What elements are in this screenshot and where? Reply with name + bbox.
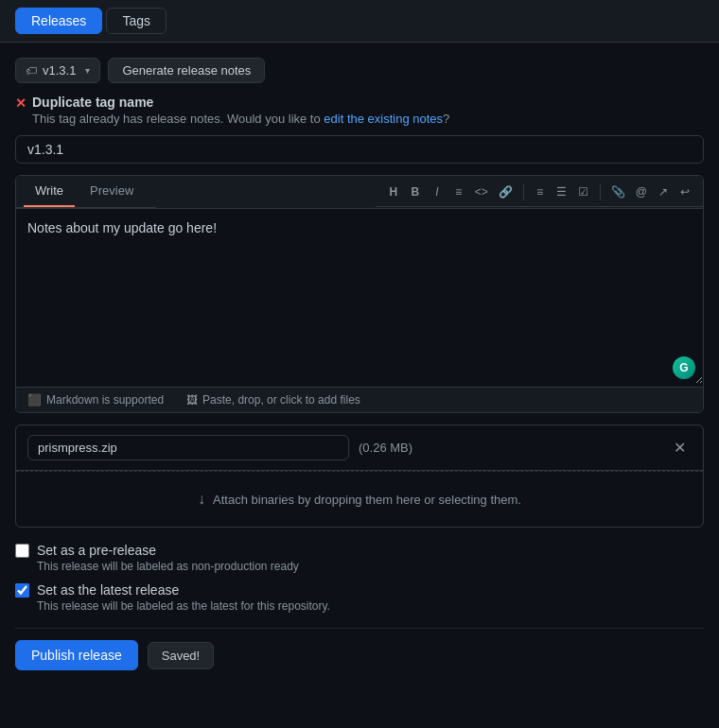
editor-container: Write Preview H B I ≡ <> 🔗 ≡ ☰ ☑ (15, 175, 704, 413)
releases-tab[interactable]: Releases (15, 8, 102, 34)
chevron-down-icon: ▾ (85, 65, 90, 76)
latest-release-checkbox[interactable] (15, 583, 29, 598)
pre-release-item: Set as a pre-release This release will b… (15, 543, 704, 573)
editor-footer: ⬛ Markdown is supported 🖼 Paste, drop, o… (16, 387, 703, 412)
attach-file-input[interactable] (27, 435, 349, 460)
toolbar-code-btn[interactable]: <> (470, 182, 493, 202)
toolbar-separator-1 (523, 183, 524, 200)
duplicate-tag-info: Duplicate tag name This tag already has … (32, 95, 449, 126)
saved-badge: Saved! (148, 642, 214, 669)
editor-textarea[interactable]: Notes about my update go here! (16, 209, 703, 384)
toolbar-link-btn[interactable]: 🔗 (494, 182, 517, 202)
latest-release-label[interactable]: Set as the latest release (15, 582, 704, 598)
editor-toolbar: H B I ≡ <> 🔗 ≡ ☰ ☑ 📎 @ ↗ (376, 178, 703, 207)
tag-row: 🏷 v1.3.1 ▾ Generate release notes (15, 58, 704, 83)
tag-version-label: v1.3.1 (43, 63, 76, 78)
markdown-icon: ⬛ (27, 393, 42, 407)
divider (15, 628, 704, 629)
duplicate-tag-subtitle: This tag already has release notes. Woul… (32, 112, 449, 126)
editor-tabs-toolbar: Write Preview H B I ≡ <> 🔗 ≡ ☰ ☑ (16, 176, 703, 209)
toolbar-indent-btn[interactable]: ≡ (448, 182, 469, 202)
bottom-actions: Publish release Saved! (15, 640, 704, 670)
toolbar-heading-btn[interactable]: H (383, 182, 404, 202)
toolbar-mention-btn[interactable]: @ (631, 182, 652, 202)
toolbar-group-extras: 📎 @ ↗ ↩ (606, 182, 695, 202)
toolbar-task-btn[interactable]: ☑ (573, 182, 594, 202)
download-icon: ↓ (198, 491, 205, 508)
publish-release-button[interactable]: Publish release (15, 640, 138, 670)
error-icon: ✕ (15, 95, 26, 111)
toolbar-italic-btn[interactable]: I (427, 182, 447, 202)
image-icon: 🖼 (186, 393, 198, 407)
attach-area: (0.26 MB) ✕ ↓ Attach binaries by droppin… (15, 425, 704, 528)
pre-release-checkbox[interactable] (15, 544, 29, 558)
release-title-input[interactable] (15, 135, 704, 164)
preview-tab[interactable]: Preview (79, 176, 145, 207)
duplicate-tag-title: Duplicate tag name (32, 95, 449, 110)
attach-file-row: (0.26 MB) ✕ (16, 425, 703, 471)
subtitle-suffix: ? (443, 112, 449, 126)
pre-release-label[interactable]: Set as a pre-release (15, 543, 704, 558)
duplicate-tag-warning: ✕ Duplicate tag name This tag already ha… (15, 95, 704, 126)
toolbar-ref-btn[interactable]: ↗ (653, 182, 674, 202)
pre-release-desc: This release will be labeled as non-prod… (37, 560, 704, 573)
write-tab[interactable]: Write (24, 176, 75, 207)
attach-drop-zone[interactable]: ↓ Attach binaries by dropping them here … (16, 471, 703, 527)
pre-release-text: Set as a pre-release (37, 543, 156, 558)
editor-tabs: Write Preview (16, 176, 156, 208)
file-attach-label[interactable]: 🖼 Paste, drop, or click to add files (186, 393, 360, 407)
toolbar-group-list: ≡ ☰ ☑ (530, 182, 594, 202)
toolbar-separator-2 (600, 183, 601, 200)
subtitle-prefix: This tag already has release notes. Woul… (32, 112, 324, 126)
latest-release-item: Set as the latest release This release w… (15, 582, 704, 613)
drop-zone-label: Attach binaries by dropping them here or… (213, 493, 521, 507)
markdown-support-label: ⬛ Markdown is supported (27, 393, 164, 407)
latest-release-desc: This release will be labeled as the late… (37, 599, 704, 613)
edit-notes-link[interactable]: edit the existing notes (324, 112, 443, 126)
latest-release-text: Set as the latest release (37, 582, 179, 598)
remove-attachment-button[interactable]: ✕ (668, 437, 692, 459)
top-nav: Releases Tags (0, 0, 719, 43)
toolbar-bold-btn[interactable]: B (405, 182, 426, 202)
toolbar-ol-btn[interactable]: ≡ (530, 182, 551, 202)
main-content: 🏷 v1.3.1 ▾ Generate release notes ✕ Dupl… (0, 43, 719, 685)
tag-icon: 🏷 (26, 64, 37, 78)
checkbox-section: Set as a pre-release This release will b… (15, 543, 704, 613)
toolbar-group-format: H B I ≡ <> 🔗 (383, 182, 517, 202)
toolbar-undo-btn[interactable]: ↩ (675, 182, 695, 202)
toolbar-attach-btn[interactable]: 📎 (606, 182, 630, 202)
grammarly-icon: G (673, 356, 695, 379)
generate-notes-button[interactable]: Generate release notes (108, 58, 265, 83)
tags-tab[interactable]: Tags (106, 8, 167, 34)
tag-selector[interactable]: 🏷 v1.3.1 ▾ (15, 58, 100, 83)
attach-file-size: (0.26 MB) (359, 441, 412, 455)
editor-textarea-wrap: Notes about my update go here! G (16, 209, 703, 387)
toolbar-ul-btn[interactable]: ☰ (552, 182, 572, 202)
